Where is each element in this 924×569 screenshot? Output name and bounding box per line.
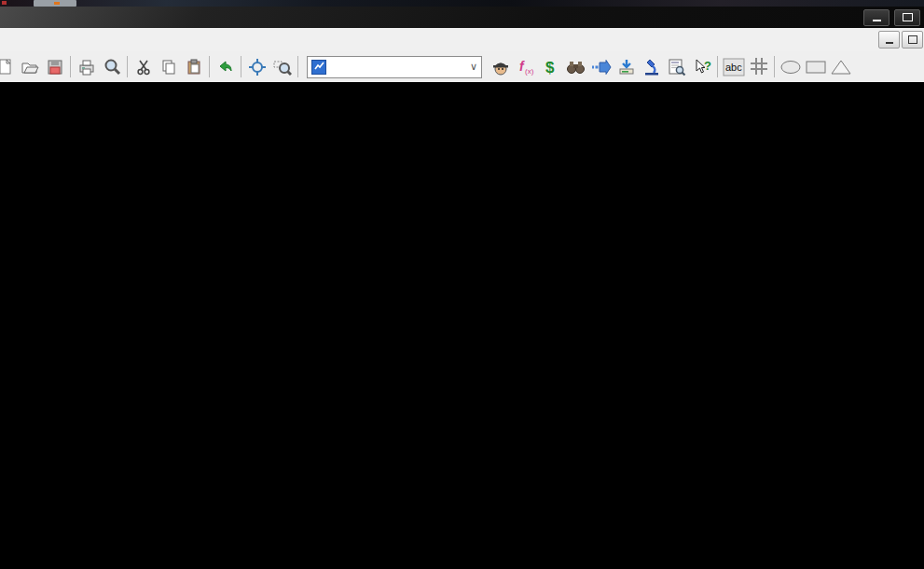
- ellipse-icon: [779, 59, 802, 76]
- app-titlebar: [0, 7, 924, 28]
- zoom-area-icon: [273, 58, 292, 76]
- rectangle-tool-button[interactable]: [803, 54, 828, 79]
- blue-arrow-icon: [591, 60, 612, 75]
- price-chart-canvas[interactable]: [0, 82, 924, 569]
- toolbar: ∨ f(x) $ ? abc: [0, 51, 924, 83]
- chart-window: [0, 82, 924, 569]
- report-page-icon: [668, 58, 686, 76]
- indicator-builder-button[interactable]: f(x): [513, 54, 538, 79]
- child-restore-button[interactable]: [902, 31, 923, 49]
- minimize-icon: [873, 20, 881, 21]
- triangle-tool-button[interactable]: [828, 54, 853, 79]
- undo-button[interactable]: [213, 54, 238, 79]
- save-button[interactable]: [42, 54, 67, 79]
- menu-insert[interactable]: [15, 37, 30, 43]
- maximize-button[interactable]: [894, 9, 920, 26]
- download-inbox-icon: [617, 58, 636, 76]
- context-help-button[interactable]: ?: [689, 54, 714, 79]
- crosshair-button[interactable]: [244, 54, 269, 79]
- menu-window[interactable]: [60, 37, 75, 43]
- minimize-icon: [886, 42, 893, 44]
- menu-format[interactable]: [30, 37, 45, 43]
- zoom-area-button[interactable]: [269, 54, 295, 79]
- print-button[interactable]: [74, 54, 99, 79]
- menu-help[interactable]: [75, 37, 90, 43]
- toolbar-separator: [774, 56, 775, 77]
- text-tool-button[interactable]: abc: [721, 54, 746, 79]
- abc-text-icon: abc: [723, 57, 745, 77]
- svg-text:(x): (x): [525, 67, 534, 76]
- menu-tools[interactable]: [45, 37, 60, 43]
- binoculars-icon: [566, 59, 586, 76]
- toolbar-separator: [717, 56, 718, 77]
- scan-button[interactable]: [639, 54, 664, 79]
- menu-bar: [0, 28, 924, 52]
- svg-text:$: $: [545, 59, 555, 76]
- svg-text:?: ?: [704, 59, 711, 73]
- rectangle-icon: [805, 59, 827, 76]
- triangle-icon: [830, 59, 852, 76]
- taskbar-orange-dot: [54, 2, 60, 5]
- indicator-dropdown[interactable]: ∨: [307, 56, 482, 78]
- crosshair-icon: [248, 58, 267, 76]
- system-tester-button[interactable]: $: [538, 54, 563, 79]
- toolbar-separator: [297, 56, 298, 77]
- new-document-icon: [0, 59, 13, 76]
- grid-icon: [749, 57, 769, 77]
- desktop-red-dot: [2, 1, 7, 5]
- open-folder-icon: [21, 59, 39, 76]
- svg-text:abc: abc: [725, 62, 742, 73]
- restore-icon: [908, 35, 917, 44]
- expert-advisor-button[interactable]: [488, 54, 513, 79]
- child-minimize-button[interactable]: [878, 31, 900, 49]
- microscope-icon: [642, 58, 661, 76]
- indicator-chart-icon: [311, 60, 326, 75]
- detective-face-icon: [491, 58, 510, 76]
- magnifier-icon: [103, 58, 121, 76]
- cut-button[interactable]: [131, 54, 156, 79]
- explorer-button[interactable]: [563, 54, 588, 79]
- zoom-button[interactable]: [99, 54, 124, 79]
- forecaster-button[interactable]: [588, 54, 614, 79]
- report-button[interactable]: [664, 54, 689, 79]
- downloader-button[interactable]: [614, 54, 639, 79]
- chevron-down-icon: ∨: [470, 61, 477, 73]
- function-fx-icon: f(x): [517, 58, 535, 76]
- minimize-button[interactable]: [863, 9, 890, 26]
- undo-arrow-icon: [216, 59, 234, 76]
- copy-icon: [160, 59, 177, 76]
- open-button[interactable]: [17, 54, 42, 79]
- printer-icon: [77, 59, 96, 76]
- toolbar-separator: [70, 56, 71, 77]
- toolbar-separator: [241, 56, 241, 77]
- menu-view[interactable]: [0, 37, 15, 43]
- desktop-background-strip: [0, 0, 924, 7]
- application-window: ∨ f(x) $ ? abc: [0, 0, 924, 569]
- paste-button[interactable]: [181, 54, 206, 79]
- save-floppy-icon: [47, 59, 63, 76]
- copy-button[interactable]: [156, 54, 181, 79]
- ellipse-tool-button[interactable]: [778, 54, 803, 79]
- toolbar-separator: [127, 56, 128, 77]
- clipboard-icon: [186, 59, 202, 76]
- new-chart-button[interactable]: [0, 54, 17, 79]
- maximize-icon: [903, 13, 913, 21]
- dollar-icon: $: [543, 58, 559, 76]
- help-cursor-icon: ?: [693, 58, 711, 76]
- grid-tool-button[interactable]: [746, 54, 771, 79]
- toolbar-separator: [209, 56, 210, 77]
- scissors-icon: [135, 59, 152, 76]
